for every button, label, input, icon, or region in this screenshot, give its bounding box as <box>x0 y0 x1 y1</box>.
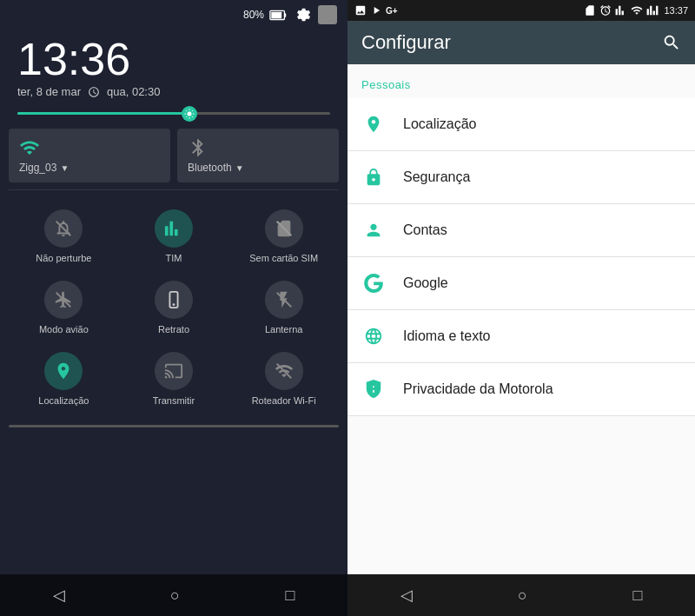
transmitir-label: Transmitir <box>153 395 195 406</box>
alarm-status-icon <box>599 4 612 17</box>
privacidade-setting-label: Privacidade da Motorola <box>403 381 553 397</box>
lanterna-icon-wrap <box>265 281 303 319</box>
modo-aviao-icon <box>54 290 73 309</box>
date-row: ter, 8 de mar qua, 02:30 <box>17 85 330 98</box>
sem-cartao-icon-wrap <box>265 209 303 248</box>
accounts-icon <box>364 221 383 240</box>
brightness-track[interactable] <box>17 112 330 115</box>
modo-aviao-icon-wrap <box>44 281 83 319</box>
recents-button-left[interactable]: □ <box>285 586 295 605</box>
privacy-icon <box>364 380 383 399</box>
seguranca-setting-label: Segurança <box>403 169 470 185</box>
bluetooth-icon <box>188 137 208 158</box>
contas-setting-icon <box>361 218 386 242</box>
settings-gear-icon[interactable] <box>294 5 313 24</box>
localizacao-label: Localização <box>38 395 89 406</box>
date-text: ter, 8 de mar <box>17 85 81 98</box>
idioma-setting-label: Idioma e texto <box>403 328 491 344</box>
google-setting-icon <box>361 271 386 295</box>
retrato-label: Retrato <box>158 324 189 334</box>
retrato-icon-wrap <box>155 281 193 319</box>
toggle-transmitir[interactable]: Transmitir <box>119 343 229 414</box>
settings-item-privacidade[interactable]: Privacidade da Motorola <box>348 363 695 416</box>
toggle-localizacao[interactable]: Localização <box>9 343 119 414</box>
toggle-lanterna[interactable]: Lanterna <box>228 272 339 343</box>
tim-label: TIM <box>166 253 182 263</box>
toggle-modo-aviao[interactable]: Modo avião <box>9 272 119 343</box>
google-setting-label: Google <box>403 275 448 291</box>
toggle-tim[interactable]: TIM <box>119 201 229 272</box>
back-button-right[interactable]: ◁ <box>400 586 413 605</box>
settings-toolbar: Configurar <box>348 21 695 64</box>
wifi-dropdown-icon[interactable]: ▼ <box>60 163 69 173</box>
toggle-sem-cartao[interactable]: Sem cartão SIM <box>228 201 339 272</box>
nao-perturbe-icon <box>54 219 73 238</box>
status-icons-left: G+ <box>354 4 398 17</box>
localizacao-icon-wrap <box>44 352 83 390</box>
brightness-thumb <box>182 106 197 122</box>
avatar <box>318 5 337 24</box>
notification-shade: 80% 13:36 ter, 8 de mar qua, 02:30 <box>0 0 348 616</box>
seguranca-setting-icon <box>361 165 386 189</box>
settings-item-contas[interactable]: Contas <box>348 204 695 257</box>
home-button-left[interactable]: ○ <box>170 586 180 605</box>
status-bar-right: G+ 13:37 <box>348 0 695 21</box>
svg-point-3 <box>188 111 192 116</box>
bluetooth-label: Bluetooth <box>188 162 232 174</box>
network-icon <box>646 4 659 17</box>
transmitir-icon-wrap <box>155 352 193 390</box>
settings-item-localizacao[interactable]: Localização <box>348 98 695 151</box>
contas-setting-label: Contas <box>403 222 447 238</box>
section-personal-header: Pessoais <box>348 64 695 98</box>
localizacao-setting-icon <box>361 112 386 136</box>
settings-title: Configurar <box>361 31 451 54</box>
home-button-right[interactable]: ○ <box>518 586 527 605</box>
settings-item-google[interactable]: Google <box>348 257 695 310</box>
wifi-label: Zigg_03 <box>19 162 56 174</box>
toggle-roteador[interactable]: Roteador Wi-Fi <box>228 343 339 414</box>
svg-rect-2 <box>284 13 286 17</box>
svg-point-8 <box>173 303 175 306</box>
location-icon <box>364 115 383 134</box>
nao-perturbe-icon-wrap <box>44 209 83 248</box>
localizacao-setting-label: Localização <box>403 116 477 132</box>
wifi-status-icon <box>631 4 643 17</box>
alarm-icon <box>88 86 100 98</box>
wifi-icon <box>19 137 40 158</box>
main-time: 13:36 <box>17 36 330 82</box>
signal-icon <box>615 4 627 17</box>
tim-signal-icon <box>164 219 183 238</box>
toggle-retrato[interactable]: Retrato <box>119 272 229 343</box>
battery-percentage: 80% <box>243 9 264 21</box>
quick-toggles-row: Zigg_03 ▼ Bluetooth ▼ <box>0 125 348 186</box>
back-button-left[interactable]: ◁ <box>53 586 65 605</box>
brightness-row[interactable] <box>0 102 348 125</box>
toggle-grid: Não perturbe TIM Sem cartão SIM <box>0 194 348 421</box>
wifi-tile[interactable]: Zigg_03 ▼ <box>9 129 170 182</box>
gplus-icon: G+ <box>386 6 398 16</box>
recents-button-right[interactable]: □ <box>632 586 642 605</box>
toggle-nao-perturbe[interactable]: Não perturbe <box>9 201 119 272</box>
sem-cartao-label: Sem cartão SIM <box>249 253 318 263</box>
modo-aviao-label: Modo avião <box>39 324 89 334</box>
wifi-label-row: Zigg_03 ▼ <box>19 162 69 174</box>
status-icons-right: 13:37 <box>584 4 688 17</box>
localizacao-icon <box>54 361 73 381</box>
search-icon[interactable] <box>662 33 681 52</box>
settings-item-seguranca[interactable]: Segurança <box>348 151 695 204</box>
status-time: 13:37 <box>664 5 688 16</box>
lanterna-label: Lanterna <box>265 324 302 334</box>
brightness-icon <box>184 109 195 119</box>
bluetooth-tile[interactable]: Bluetooth ▼ <box>177 129 339 182</box>
settings-item-idioma[interactable]: Idioma e texto <box>348 310 695 363</box>
security-icon <box>364 168 383 187</box>
lanterna-icon <box>275 290 294 309</box>
divider-1 <box>9 189 339 190</box>
google-icon <box>364 274 383 293</box>
play-icon <box>370 4 382 17</box>
retrato-icon <box>164 290 183 309</box>
time-section: 13:36 ter, 8 de mar qua, 02:30 <box>0 30 348 102</box>
sem-cartao-icon <box>275 219 294 238</box>
bluetooth-dropdown-icon[interactable]: ▼ <box>235 163 244 173</box>
language-icon <box>364 327 383 346</box>
